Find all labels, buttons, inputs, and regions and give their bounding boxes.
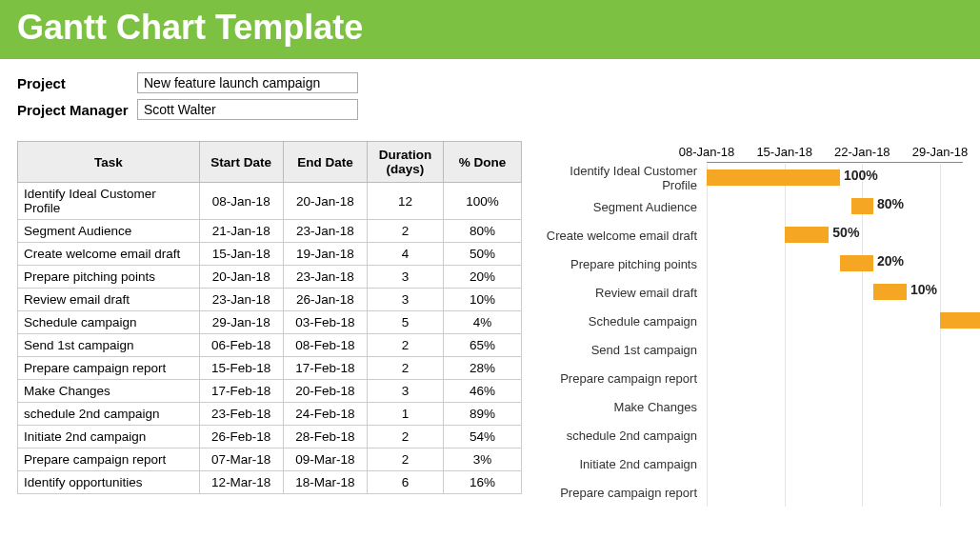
cell-duration[interactable]: 6 (367, 471, 443, 494)
cell-duration[interactable]: 2 (367, 448, 443, 471)
cell-done[interactable]: 80% (443, 220, 521, 243)
gantt-row: Send 1st campaign (545, 335, 963, 364)
cell-start[interactable]: 23-Feb-18 (199, 403, 283, 426)
gantt-bar-value: 80% (877, 196, 904, 211)
cell-end[interactable]: 19-Jan-18 (283, 243, 367, 266)
project-manager-input[interactable] (137, 99, 358, 120)
cell-start[interactable]: 21-Jan-18 (199, 220, 283, 243)
col-task: Task (18, 142, 200, 183)
cell-end[interactable]: 20-Feb-18 (283, 380, 367, 403)
gantt-bar-area: 100% (707, 164, 963, 192)
cell-start[interactable]: 12-Mar-18 (199, 471, 283, 494)
gantt-bar (851, 198, 873, 214)
cell-done[interactable]: 4% (443, 311, 521, 334)
gantt-bar-value: 50% (832, 225, 859, 240)
cell-task[interactable]: Schedule campaign (18, 311, 200, 334)
cell-task[interactable]: Prepare campaign report (18, 448, 200, 471)
gantt-bar-area (707, 478, 963, 507)
gantt-row: Prepare campaign report (545, 478, 963, 507)
table-row: Identify opportunities12-Mar-1818-Mar-18… (18, 471, 522, 494)
cell-duration[interactable]: 2 (367, 357, 443, 380)
cell-end[interactable]: 18-Mar-18 (283, 471, 367, 494)
cell-end[interactable]: 28-Feb-18 (283, 426, 367, 448)
table-row: Prepare campaign report07-Mar-1809-Mar-1… (18, 448, 522, 471)
cell-task[interactable]: Segment Audience (18, 220, 200, 243)
gantt-row-label: Send 1st campaign (545, 343, 707, 357)
cell-end[interactable]: 03-Feb-18 (283, 311, 367, 334)
cell-task[interactable]: Prepare pitching points (18, 266, 200, 289)
project-manager-label: Project Manager (17, 102, 137, 118)
gantt-bar-value: 20% (877, 253, 904, 269)
cell-task[interactable]: schedule 2nd campaign (18, 403, 200, 426)
cell-start[interactable]: 06-Feb-18 (199, 334, 283, 357)
gantt-row: Schedule campaign (545, 307, 963, 335)
cell-done[interactable]: 50% (443, 243, 521, 266)
gantt-bar-area (707, 364, 963, 392)
project-info: Project Project Manager (0, 59, 980, 133)
cell-duration[interactable]: 2 (367, 426, 443, 448)
cell-duration[interactable]: 1 (367, 403, 443, 426)
cell-task[interactable]: Identify opportunities (18, 471, 200, 494)
cell-duration[interactable]: 3 (367, 380, 443, 403)
cell-end[interactable]: 17-Feb-18 (283, 357, 367, 380)
gantt-row: Prepare campaign report (545, 364, 963, 392)
table-row: Review email draft23-Jan-1826-Jan-18310% (18, 289, 522, 311)
axis-tick: 22-Jan-18 (834, 145, 890, 159)
gantt-row-label: Schedule campaign (545, 314, 707, 329)
cell-duration[interactable]: 2 (367, 220, 443, 243)
cell-done[interactable]: 89% (443, 403, 521, 426)
gantt-bar-area: 50% (707, 221, 963, 249)
cell-end[interactable]: 23-Jan-18 (283, 220, 367, 243)
cell-start[interactable]: 23-Jan-18 (199, 289, 283, 311)
cell-done[interactable]: 20% (443, 266, 521, 289)
cell-done[interactable]: 10% (443, 289, 521, 311)
cell-duration[interactable]: 4 (367, 243, 443, 266)
gantt-bar-area: 20% (707, 249, 963, 278)
cell-task[interactable]: Initiate 2nd campaign (18, 426, 200, 448)
cell-start[interactable]: 20-Jan-18 (199, 266, 283, 289)
cell-end[interactable]: 24-Feb-18 (283, 403, 367, 426)
cell-start[interactable]: 08-Jan-18 (199, 183, 283, 220)
table-row: Make Changes17-Feb-1820-Feb-18346% (18, 380, 522, 403)
cell-duration[interactable]: 2 (367, 334, 443, 357)
col-end: End Date (283, 142, 367, 183)
gantt-bar (707, 169, 840, 186)
gantt-plot: Identify Ideal Customer Profile100%Segme… (545, 164, 963, 507)
cell-done[interactable]: 3% (443, 448, 521, 471)
cell-start[interactable]: 15-Jan-18 (199, 243, 283, 266)
cell-done[interactable]: 54% (443, 426, 521, 448)
cell-task[interactable]: Review email draft (18, 289, 200, 311)
table-row: Send 1st campaign06-Feb-1808-Feb-18265% (18, 334, 522, 357)
cell-start[interactable]: 29-Jan-18 (199, 311, 283, 334)
gantt-row-label: Review email draft (545, 286, 707, 300)
cell-end[interactable]: 23-Jan-18 (283, 266, 367, 289)
cell-task[interactable]: Make Changes (18, 380, 200, 403)
table-row: Schedule campaign29-Jan-1803-Feb-1854% (18, 311, 522, 334)
cell-done[interactable]: 28% (443, 357, 521, 380)
cell-task[interactable]: Send 1st campaign (18, 334, 200, 357)
cell-start[interactable]: 07-Mar-18 (199, 448, 283, 471)
cell-duration[interactable]: 5 (367, 311, 443, 334)
cell-end[interactable]: 26-Jan-18 (283, 289, 367, 311)
gantt-bar (785, 227, 830, 243)
cell-duration[interactable]: 3 (367, 289, 443, 311)
cell-task[interactable]: Prepare campaign report (18, 357, 200, 380)
cell-end[interactable]: 20-Jan-18 (283, 183, 367, 220)
cell-end[interactable]: 09-Mar-18 (283, 448, 367, 471)
cell-done[interactable]: 100% (443, 183, 521, 220)
cell-duration[interactable]: 12 (367, 183, 443, 220)
cell-task[interactable]: Create welcome email draft (18, 243, 200, 266)
cell-duration[interactable]: 3 (367, 266, 443, 289)
cell-done[interactable]: 65% (443, 334, 521, 357)
task-table-wrap: Task Start Date End Date Duration (days)… (17, 141, 522, 507)
gantt-row: Initiate 2nd campaign (545, 449, 963, 478)
project-input[interactable] (137, 72, 358, 93)
cell-done[interactable]: 16% (443, 471, 521, 494)
cell-end[interactable]: 08-Feb-18 (283, 334, 367, 357)
gantt-row-label: Segment Audience (545, 200, 707, 214)
cell-start[interactable]: 15-Feb-18 (199, 357, 283, 380)
cell-task[interactable]: Identify Ideal Customer Profile (18, 183, 200, 220)
cell-start[interactable]: 26-Feb-18 (199, 426, 283, 448)
cell-start[interactable]: 17-Feb-18 (199, 380, 283, 403)
cell-done[interactable]: 46% (443, 380, 521, 403)
